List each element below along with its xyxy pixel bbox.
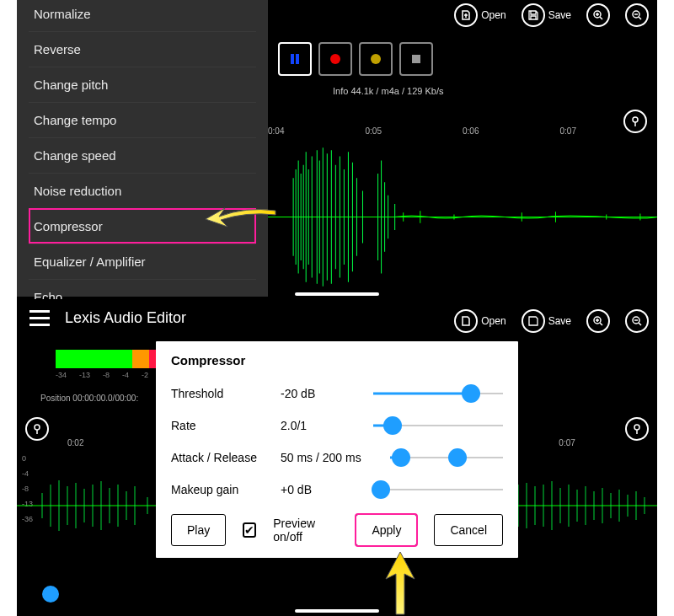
menu-change-pitch[interactable]: Change pitch <box>29 67 256 102</box>
play-button[interactable]: Play <box>171 514 226 546</box>
svg-point-5 <box>371 54 381 64</box>
bottom-screenshot: Lexis Audio Editor Open Save -34-13-8-4-… <box>17 299 657 616</box>
zoom-in-icon[interactable] <box>586 309 610 333</box>
save-button[interactable]: Save <box>522 3 571 27</box>
threshold-label: Threshold <box>171 387 281 400</box>
record-button[interactable] <box>318 42 352 76</box>
preview-checkbox[interactable]: ✔ <box>243 522 256 538</box>
audio-info: Info 44.1k / m4a / 129 Kb/s <box>333 86 443 96</box>
svg-rect-3 <box>296 54 299 64</box>
attack-release-row: Attack / Release 50 ms / 200 ms <box>171 442 503 474</box>
playhead-cue[interactable] <box>42 586 59 603</box>
threshold-value: -20 dB <box>281 387 373 400</box>
position-readout: Position 00:00:00.0/00:00: <box>40 394 138 403</box>
compressor-dialog: Compressor Threshold -20 dB Rate 2.0/1 A… <box>156 341 518 558</box>
dialog-title: Compressor <box>171 353 503 367</box>
top-toolbar: Open Save <box>454 3 649 27</box>
open-button[interactable]: Open <box>454 309 506 333</box>
svg-rect-6 <box>412 55 420 63</box>
gain-row: Makeup gain +0 dB <box>171 474 503 506</box>
svg-rect-2 <box>291 54 294 64</box>
zoom-in-icon[interactable] <box>586 3 610 27</box>
threshold-row: Threshold -20 dB <box>171 378 503 410</box>
menu-change-tempo[interactable]: Change tempo <box>29 102 256 137</box>
import-icon <box>454 3 478 27</box>
marker-icon[interactable] <box>625 417 649 441</box>
import-icon <box>454 309 478 333</box>
play-button[interactable] <box>359 42 393 76</box>
save-icon <box>522 309 545 333</box>
svg-point-44 <box>634 425 639 430</box>
svg-point-4 <box>330 54 340 64</box>
hamburger-icon[interactable] <box>29 310 50 326</box>
pause-button[interactable] <box>278 42 312 76</box>
save-button[interactable]: Save <box>522 309 571 333</box>
preview-label: Preview on/off <box>273 517 322 544</box>
open-label: Open <box>481 9 506 21</box>
bottom-toolbar: Open Save <box>454 309 649 333</box>
app-header: Lexis Audio Editor <box>29 309 186 327</box>
menu-noise-reduction[interactable]: Noise reduction <box>29 173 256 208</box>
effects-menu: Normalize Reverse Change pitch Change te… <box>17 0 268 297</box>
home-indicator <box>295 609 379 613</box>
save-icon <box>522 3 545 27</box>
svg-point-43 <box>35 425 40 430</box>
menu-equalizer[interactable]: Equalizer / Amplifier <box>29 244 256 279</box>
home-indicator <box>295 292 379 296</box>
marker-icon[interactable] <box>25 417 49 441</box>
transport-controls <box>278 42 433 76</box>
save-label: Save <box>548 9 571 21</box>
menu-reverse[interactable]: Reverse <box>29 31 256 67</box>
zoom-out-icon[interactable] <box>625 3 649 27</box>
stop-button[interactable] <box>399 42 433 76</box>
apply-button[interactable]: Apply <box>356 514 417 546</box>
top-screenshot: Open Save Info 44.1k / m4a / 129 Kb/s 0:… <box>17 0 657 299</box>
timeline-ruler-top: 0:040:050:060:07 <box>268 126 657 142</box>
menu-change-speed[interactable]: Change speed <box>29 137 256 173</box>
menu-compressor[interactable]: Compressor <box>29 208 256 244</box>
dialog-buttons: Play ✔ Preview on/off Apply Cancel <box>171 514 503 546</box>
svg-point-7 <box>633 117 638 122</box>
zoom-out-icon[interactable] <box>625 309 649 333</box>
open-button[interactable]: Open <box>454 3 506 27</box>
cancel-button[interactable]: Cancel <box>434 514 503 546</box>
waveform-top[interactable] <box>268 143 657 291</box>
level-meter: -34-13-8-4-20 <box>56 350 165 379</box>
menu-normalize[interactable]: Normalize <box>29 0 256 31</box>
rate-row: Rate 2.0/1 <box>171 410 503 442</box>
app-title: Lexis Audio Editor <box>65 309 186 327</box>
